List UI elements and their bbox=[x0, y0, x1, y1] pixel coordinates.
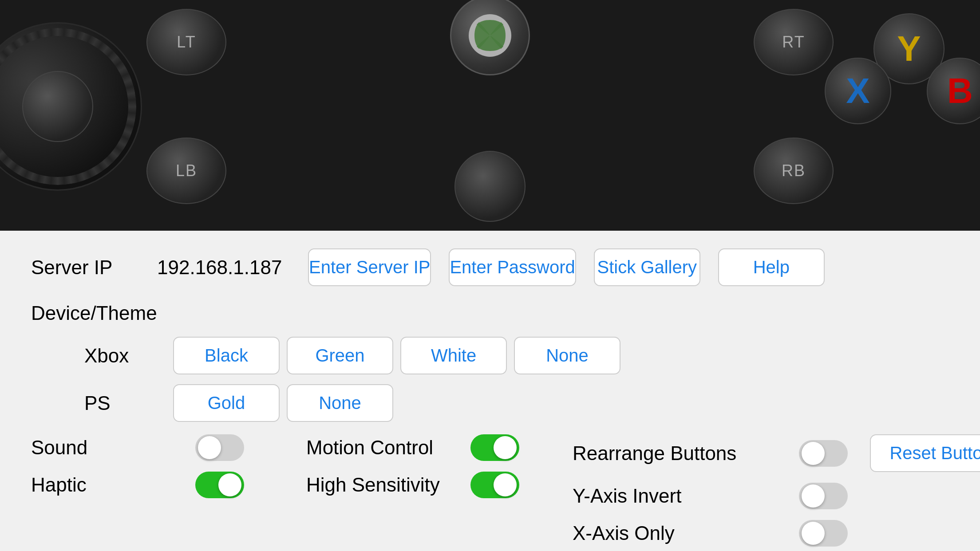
high-sensitivity-toggle[interactable] bbox=[470, 472, 519, 498]
motion-control-label: Motion Control bbox=[306, 437, 457, 459]
xbox-white-button[interactable]: White bbox=[400, 337, 507, 374]
right-controls: Rearrange Buttons Reset Buttons Y-Axis I… bbox=[573, 434, 980, 547]
enter-password-button[interactable]: Enter Password bbox=[449, 248, 576, 286]
y-axis-invert-row: Y-Axis Invert bbox=[573, 483, 980, 509]
xbox-none-button[interactable]: None bbox=[514, 337, 620, 374]
device-theme-section: Device/Theme Xbox Black Green White None… bbox=[31, 302, 949, 422]
haptic-toggle-thumb bbox=[218, 473, 241, 496]
rearrange-buttons-label: Rearrange Buttons bbox=[573, 442, 786, 464]
haptic-row: Haptic bbox=[31, 472, 244, 498]
sound-label: Sound bbox=[31, 437, 182, 459]
center-circle bbox=[454, 151, 526, 222]
server-ip-row: Server IP 192.168.1.187 Enter Server IP … bbox=[31, 248, 949, 286]
help-button[interactable]: Help bbox=[718, 248, 825, 286]
xbox-black-button[interactable]: Black bbox=[173, 337, 280, 374]
motion-control-row: Motion Control bbox=[306, 434, 519, 461]
left-controls: Sound Haptic bbox=[31, 434, 244, 498]
x-axis-only-row: X-Axis Only bbox=[573, 520, 980, 547]
x-button[interactable]: X bbox=[825, 58, 891, 124]
y-axis-invert-toggle-thumb bbox=[802, 484, 825, 508]
x-axis-only-label: X-Axis Only bbox=[573, 522, 786, 544]
rearrange-buttons-row: Rearrange Buttons Reset Buttons bbox=[573, 434, 980, 472]
lt-button[interactable]: LT bbox=[146, 9, 226, 75]
motion-control-toggle[interactable] bbox=[470, 434, 519, 461]
left-dial bbox=[0, 22, 142, 191]
settings-panel: Server IP 192.168.1.187 Enter Server IP … bbox=[0, 231, 980, 551]
reset-buttons-button[interactable]: Reset Buttons bbox=[870, 434, 980, 472]
ps-gold-button[interactable]: Gold bbox=[173, 384, 280, 422]
sound-toggle-thumb bbox=[198, 436, 221, 459]
middle-controls: Motion Control High Sensitivity bbox=[306, 434, 519, 498]
sound-toggle[interactable] bbox=[195, 434, 244, 461]
haptic-label: Haptic bbox=[31, 474, 182, 496]
high-sensitivity-row: High Sensitivity bbox=[306, 472, 519, 498]
motion-control-toggle-thumb bbox=[494, 436, 517, 459]
xbox-center-button[interactable] bbox=[450, 0, 530, 75]
xbox-green-button[interactable]: Green bbox=[287, 337, 393, 374]
enter-server-ip-button[interactable]: Enter Server IP bbox=[308, 248, 431, 286]
device-theme-label: Device/Theme bbox=[31, 302, 949, 324]
controls-section: Sound Haptic Motion Control Hig bbox=[31, 434, 949, 547]
rearrange-buttons-toggle[interactable] bbox=[799, 440, 848, 467]
server-ip-value: 192.168.1.187 bbox=[157, 256, 290, 279]
x-axis-only-toggle-thumb bbox=[802, 522, 825, 545]
x-axis-only-toggle[interactable] bbox=[799, 520, 848, 547]
ps-label: PS bbox=[84, 392, 173, 414]
rt-button[interactable]: RT bbox=[754, 9, 834, 75]
high-sensitivity-toggle-thumb bbox=[494, 473, 517, 496]
server-ip-label: Server IP bbox=[31, 256, 146, 279]
ps-none-button[interactable]: None bbox=[287, 384, 393, 422]
high-sensitivity-label: High Sensitivity bbox=[306, 474, 457, 496]
sound-row: Sound bbox=[31, 434, 244, 461]
stick-gallery-button[interactable]: Stick Gallery bbox=[594, 248, 700, 286]
lb-button[interactable]: LB bbox=[146, 138, 226, 204]
ps-theme-row: PS Gold None bbox=[31, 384, 949, 422]
rearrange-buttons-toggle-thumb bbox=[802, 442, 825, 465]
controller-background: LT RT LB RB Y bbox=[0, 0, 980, 231]
xbox-label: Xbox bbox=[84, 345, 173, 367]
rb-button[interactable]: RB bbox=[754, 138, 834, 204]
y-axis-invert-toggle[interactable] bbox=[799, 483, 848, 509]
haptic-toggle[interactable] bbox=[195, 472, 244, 498]
xbox-theme-row: Xbox Black Green White None bbox=[31, 337, 949, 374]
xbox-logo-icon bbox=[468, 13, 512, 58]
y-axis-invert-label: Y-Axis Invert bbox=[573, 485, 786, 507]
